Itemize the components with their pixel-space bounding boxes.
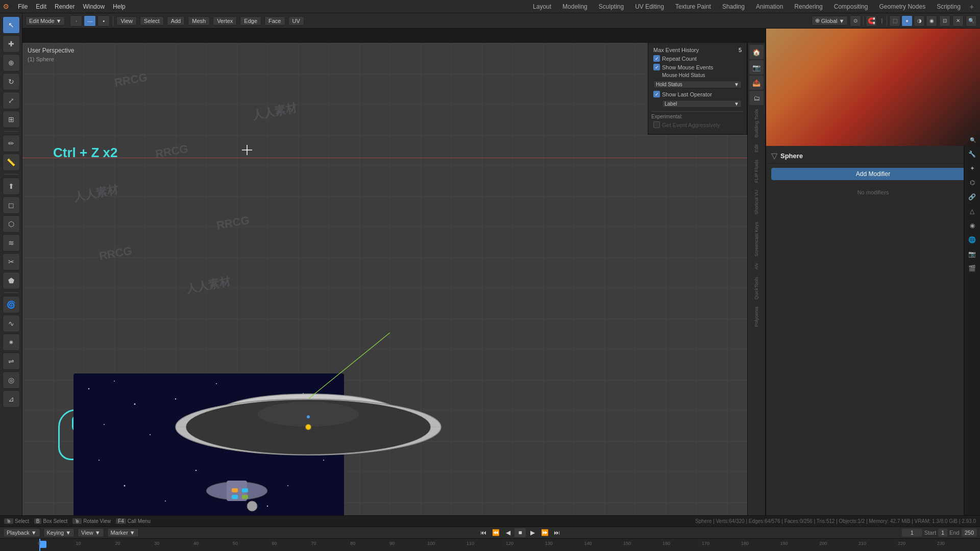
- show-mouse-events-checkbox[interactable]: ✓: [653, 64, 660, 70]
- spin-tool-button[interactable]: 🌀: [3, 296, 20, 313]
- properties-scene-icon[interactable]: 🏠: [749, 45, 764, 59]
- polyogenia-label[interactable]: Polyoenia: [754, 304, 759, 330]
- add-workspace-button[interactable]: +: [967, 3, 977, 11]
- overlay-button[interactable]: ⊡: [939, 15, 950, 27]
- prop-icon-render[interactable]: 🎬: [966, 262, 978, 274]
- play-reverse-button[interactable]: ◀: [502, 528, 513, 537]
- header-view-button[interactable]: View: [116, 16, 137, 26]
- menu-edit[interactable]: Edit: [32, 2, 51, 11]
- timeline-marker-dropdown[interactable]: Marker ▼: [107, 528, 139, 537]
- select-tool-button[interactable]: ↖: [3, 16, 20, 34]
- an-label[interactable]: AN: [754, 260, 759, 273]
- move-tool-button[interactable]: ⊕: [3, 54, 20, 71]
- transform-tool-button[interactable]: ⊞: [3, 111, 20, 128]
- shrink-fatten-button[interactable]: ◎: [3, 371, 20, 389]
- bevel-tool-button[interactable]: ⬡: [3, 215, 20, 233]
- quicktools-label[interactable]: QuickTools: [754, 274, 759, 303]
- tab-texture-paint[interactable]: Texture Paint: [670, 2, 716, 12]
- rotate-tool-button[interactable]: ↻: [3, 73, 20, 90]
- edit-mode-dropdown[interactable]: Edit Mode ▼: [26, 16, 65, 26]
- tab-scripting[interactable]: Scripting: [932, 2, 966, 12]
- building-tools-label[interactable]: Building Tools: [754, 106, 759, 140]
- prop-icon-constraints[interactable]: 🔗: [966, 191, 978, 203]
- menu-file[interactable]: File: [14, 2, 32, 11]
- prop-icon-physics[interactable]: ⌬: [966, 177, 978, 189]
- edge-slide-button[interactable]: ⇌: [3, 353, 20, 370]
- loop-cut-button[interactable]: ≋: [3, 234, 20, 252]
- snap-button[interactable]: 🧲: [866, 15, 877, 27]
- mouse-hold-status-dropdown[interactable]: Hold Status ▼: [653, 81, 742, 88]
- solid-shading-button[interactable]: ●: [901, 15, 913, 27]
- knife-tool-button[interactable]: ✂: [3, 253, 20, 270]
- wireframe-shading-button[interactable]: ⬚: [889, 15, 900, 27]
- header-edge-button[interactable]: Edge: [240, 16, 261, 26]
- jump-end-button[interactable]: ⏭: [551, 528, 562, 537]
- stop-button[interactable]: ■: [514, 528, 526, 537]
- start-frame-input[interactable]: 1: [938, 529, 947, 537]
- edit-label[interactable]: Edit: [754, 141, 759, 156]
- end-frame-input[interactable]: 250: [962, 529, 977, 537]
- mesh-select-edge-button[interactable]: —: [84, 15, 96, 27]
- flip-fluids-label[interactable]: FLIP Fluids: [754, 157, 759, 186]
- header-select-button[interactable]: Select: [140, 16, 164, 26]
- mesh-select-face-button[interactable]: ▪: [97, 15, 110, 27]
- next-frame-button[interactable]: ⏩: [539, 528, 550, 537]
- last-operator-dropdown[interactable]: Label ▼: [662, 100, 742, 108]
- tab-rendering[interactable]: Rendering: [789, 2, 827, 12]
- tab-compositing[interactable]: Compositing: [829, 2, 873, 12]
- header-vertex-button[interactable]: Vertex: [213, 16, 237, 26]
- properties-render-icon[interactable]: 📷: [749, 60, 764, 74]
- cursor-tool-button[interactable]: ✚: [3, 35, 20, 53]
- smooth-tool-button[interactable]: ∿: [3, 315, 20, 332]
- mesh-select-vertex-button[interactable]: ·: [70, 15, 82, 27]
- tab-geometry-nodes[interactable]: Geometry Nodes: [874, 2, 930, 12]
- material-shading-button[interactable]: ◑: [914, 15, 925, 27]
- timeline-view-dropdown[interactable]: View ▼: [78, 528, 104, 537]
- proportional-edit-button[interactable]: ⊙: [850, 15, 861, 27]
- poly-build-button[interactable]: ⬟: [3, 272, 20, 289]
- timeline-keying-dropdown[interactable]: Keying ▼: [43, 528, 75, 537]
- play-button[interactable]: ▶: [527, 528, 538, 537]
- tab-shading[interactable]: Shading: [717, 2, 750, 12]
- properties-view-layer-icon[interactable]: 🗂: [749, 91, 764, 105]
- prev-frame-button[interactable]: ⏪: [490, 528, 501, 537]
- repeat-count-checkbox[interactable]: ✓: [653, 55, 660, 62]
- transform-global-dropdown[interactable]: ⊕ Global ▼: [812, 16, 848, 26]
- current-frame-input[interactable]: 1: [902, 529, 922, 537]
- add-modifier-button[interactable]: Add Modifier: [771, 168, 975, 180]
- measure-tool-button[interactable]: 📏: [3, 154, 20, 171]
- menu-window[interactable]: Window: [79, 2, 109, 11]
- header-add-button[interactable]: Add: [167, 16, 185, 26]
- prop-icon-wrench[interactable]: 🔧: [966, 148, 978, 160]
- xray-button[interactable]: ✕: [952, 15, 964, 27]
- tab-animation[interactable]: Animation: [751, 2, 788, 12]
- inset-tool-button[interactable]: ◻: [3, 196, 20, 214]
- tab-modeling[interactable]: Modeling: [557, 2, 593, 12]
- search-button[interactable]: 🔍: [966, 15, 977, 27]
- shortcut-vu-label[interactable]: Shortcut VU: [754, 187, 759, 218]
- prop-icon-material[interactable]: ◉: [966, 219, 978, 232]
- show-last-operator-checkbox[interactable]: ✓: [653, 91, 660, 97]
- prop-icon-world[interactable]: 🌐: [966, 234, 978, 246]
- max-event-history-value[interactable]: 5: [739, 47, 742, 53]
- menu-render[interactable]: Render: [51, 2, 79, 11]
- shear-tool-button[interactable]: ⊿: [3, 390, 20, 408]
- header-uv-button[interactable]: UV: [288, 16, 304, 26]
- screencast-keys-label[interactable]: Screencast Keys: [754, 219, 759, 260]
- tab-sculpting[interactable]: Sculpting: [594, 2, 629, 12]
- prop-icon-particles[interactable]: ✦: [966, 162, 978, 174]
- tab-uv-editing[interactable]: UV Editing: [630, 2, 669, 12]
- scale-tool-button[interactable]: ⤢: [3, 92, 20, 109]
- prop-icon-object-data[interactable]: △: [966, 205, 978, 217]
- timeline-ruler[interactable]: 0 10 20 30 40 50 60 70 80 90 100 110 120…: [0, 538, 980, 551]
- header-face-button[interactable]: Face: [264, 16, 285, 26]
- jump-start-button[interactable]: ⏮: [478, 528, 489, 537]
- timeline-playback-dropdown[interactable]: Playback ▼: [3, 528, 40, 537]
- tab-layout[interactable]: Layout: [528, 2, 556, 12]
- properties-output-icon[interactable]: 📤: [749, 76, 764, 90]
- annotate-tool-button[interactable]: ✏: [3, 135, 20, 152]
- menu-help[interactable]: Help: [109, 2, 130, 11]
- rendered-shading-button[interactable]: ◉: [926, 15, 937, 27]
- header-mesh-button[interactable]: Mesh: [188, 16, 210, 26]
- extrude-tool-button[interactable]: ⬆: [3, 178, 20, 195]
